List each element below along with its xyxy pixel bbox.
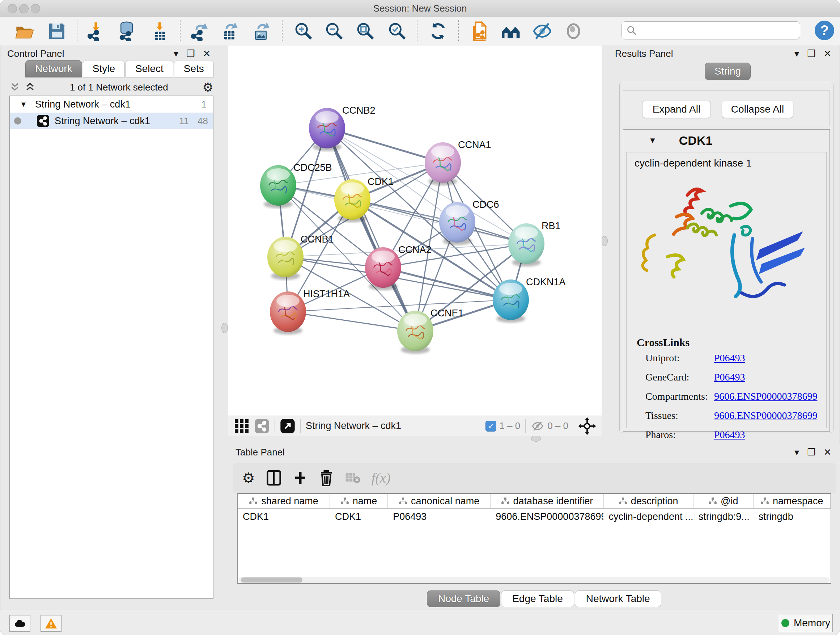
results-tab-string[interactable]: String xyxy=(705,63,752,80)
column-header-@id[interactable]: @id xyxy=(693,494,753,508)
network-node-CDKN1A[interactable] xyxy=(493,279,529,323)
table-cell[interactable]: stringdb xyxy=(753,511,831,523)
collection-count: 1 xyxy=(202,99,207,110)
tab-style[interactable]: Style xyxy=(83,60,125,78)
crosslink-link[interactable]: P06493 xyxy=(714,371,745,383)
search-input[interactable] xyxy=(622,21,800,40)
collapse-section-icon[interactable]: ▼ xyxy=(649,136,657,145)
import-table-icon[interactable] xyxy=(150,21,171,42)
table-cell[interactable]: stringdb:9... xyxy=(693,511,753,523)
zoom-selected-icon[interactable] xyxy=(387,21,408,42)
float-panel-icon[interactable]: ❐ xyxy=(807,48,815,59)
collapse-all-icon[interactable] xyxy=(9,81,20,93)
gear-icon[interactable]: ⚙ xyxy=(202,80,213,95)
column-header-namespace[interactable]: namespace xyxy=(753,494,831,508)
refresh-icon[interactable] xyxy=(428,21,448,42)
string-import-icon[interactable] xyxy=(469,21,490,42)
birdseye-share-icon[interactable] xyxy=(254,418,270,434)
collapse-panel-icon[interactable]: ▾ xyxy=(174,48,178,59)
delete-column-trash-icon[interactable] xyxy=(319,469,334,486)
network-node-RB1[interactable] xyxy=(508,223,545,266)
network-node-CDC25B[interactable] xyxy=(260,165,296,208)
network-collection-row[interactable]: ▼ String Network – cdk1 1 xyxy=(10,96,213,112)
close-panel-icon[interactable]: ✕ xyxy=(823,447,831,458)
vertical-splitter-handle[interactable] xyxy=(601,236,608,246)
save-session-icon[interactable] xyxy=(46,21,67,42)
table-cell[interactable]: P06493 xyxy=(388,511,491,523)
tree-expander-icon[interactable]: ▼ xyxy=(20,100,27,109)
float-panel-icon[interactable]: ❐ xyxy=(807,447,815,458)
network-canvas[interactable]: CCNB2CCNA1CDC25BCDK1CDC6RB1CCNB1CCNA2CDK… xyxy=(228,46,602,416)
column-header-database-identifier[interactable]: database identifier xyxy=(491,494,603,508)
zoom-out-icon[interactable] xyxy=(324,21,345,42)
vertical-splitter-handle[interactable] xyxy=(221,323,228,333)
network-edge-CCNE1-HIST1H1A[interactable] xyxy=(288,312,415,331)
column-header-name[interactable]: name xyxy=(330,494,388,508)
show-all-icon[interactable] xyxy=(564,21,584,42)
table-cell[interactable]: CDK1 xyxy=(238,511,330,523)
horizontal-splitter-handle[interactable] xyxy=(531,435,541,442)
crosslink-link[interactable]: 9606.ENSP00000378699 xyxy=(714,410,817,421)
home-icon[interactable] xyxy=(500,21,521,42)
selected-checkbox-icon[interactable]: ✓ xyxy=(485,421,496,432)
help-icon[interactable]: ? xyxy=(815,21,834,40)
crosslink-row: Uniprot:P06493 xyxy=(645,352,819,364)
export-table-icon[interactable] xyxy=(219,21,240,42)
close-panel-icon[interactable]: ✕ xyxy=(202,48,210,59)
network-node-CCNB1[interactable] xyxy=(267,237,303,280)
scrollbar-thumb[interactable] xyxy=(241,578,302,583)
table-horizontal-scrollbar[interactable] xyxy=(239,577,829,583)
show-columns-icon[interactable] xyxy=(266,469,282,486)
tab-select[interactable]: Select xyxy=(126,60,173,78)
results-buttons-box: Expand All Collapse All xyxy=(623,90,830,126)
network-edge-CCNB2-CCNE1[interactable] xyxy=(327,128,415,331)
node-count: 11 xyxy=(179,116,189,127)
export-network-icon[interactable] xyxy=(189,21,210,42)
zoom-in-icon[interactable] xyxy=(293,21,314,42)
tab-sets[interactable]: Sets xyxy=(174,60,214,78)
network-node-CCNA1[interactable] xyxy=(425,142,461,185)
open-session-icon[interactable] xyxy=(14,21,35,42)
column-header-canonical-name[interactable]: canonical name xyxy=(388,494,491,508)
column-header-description[interactable]: description xyxy=(604,494,693,508)
tab-network[interactable]: Network xyxy=(25,60,82,78)
network-node-HIST1H1A[interactable] xyxy=(270,291,306,334)
network-node-CCNE1[interactable] xyxy=(397,310,433,354)
collapse-panel-icon[interactable]: ▾ xyxy=(794,447,799,458)
grid-view-icon[interactable] xyxy=(235,419,248,433)
add-column-icon[interactable] xyxy=(293,470,308,486)
table-cell[interactable]: 9606.ENSP00000378699 xyxy=(491,511,603,523)
warning-button[interactable] xyxy=(41,615,62,632)
table-settings-gear-icon[interactable]: ⚙ xyxy=(242,470,255,486)
crosslink-link[interactable]: P06493 xyxy=(714,429,745,440)
hide-selected-icon[interactable] xyxy=(532,21,553,42)
open-view-icon[interactable] xyxy=(280,418,295,434)
tab-edge-table[interactable]: Edge Table xyxy=(501,591,574,607)
float-panel-icon[interactable]: ❐ xyxy=(186,48,195,59)
table-cell[interactable]: cyclin-dependent ... xyxy=(603,511,693,523)
collapse-all-button[interactable]: Collapse All xyxy=(722,101,793,118)
table-cell[interactable]: CDK1 xyxy=(330,511,388,523)
cloud-button[interactable] xyxy=(9,615,30,632)
move-crosshair-icon[interactable] xyxy=(578,417,597,435)
expand-all-icon[interactable] xyxy=(25,81,35,93)
crosslink-link[interactable]: P06493 xyxy=(714,352,745,364)
collapse-panel-icon[interactable]: ▾ xyxy=(794,48,799,59)
network-node-CCNA2[interactable] xyxy=(365,247,401,290)
table-row[interactable]: CDK1CDK1P064939606.ENSP00000378699cyclin… xyxy=(238,509,831,524)
export-image-icon[interactable] xyxy=(251,21,272,42)
import-network-file-icon[interactable] xyxy=(85,21,106,42)
network-node-CCNB2[interactable] xyxy=(309,108,345,151)
network-row[interactable]: String Network – cdk1 11 48 xyxy=(10,112,213,129)
expand-all-button[interactable]: Expand All xyxy=(642,101,711,118)
memory-button[interactable]: Memory xyxy=(779,614,833,632)
tab-network-table[interactable]: Network Table xyxy=(575,591,661,607)
toolbar-separator xyxy=(282,20,283,42)
tab-node-table[interactable]: Node Table xyxy=(427,591,500,607)
column-header-shared-name[interactable]: shared name xyxy=(238,494,330,508)
close-panel-icon[interactable]: ✕ xyxy=(823,48,831,59)
zoom-fit-icon[interactable] xyxy=(355,21,376,42)
protein-card-header[interactable]: ▼ CDK1 xyxy=(623,130,829,151)
import-network-database-icon[interactable] xyxy=(116,21,137,42)
crosslink-link[interactable]: 9606.ENSP00000378699 xyxy=(714,391,817,402)
